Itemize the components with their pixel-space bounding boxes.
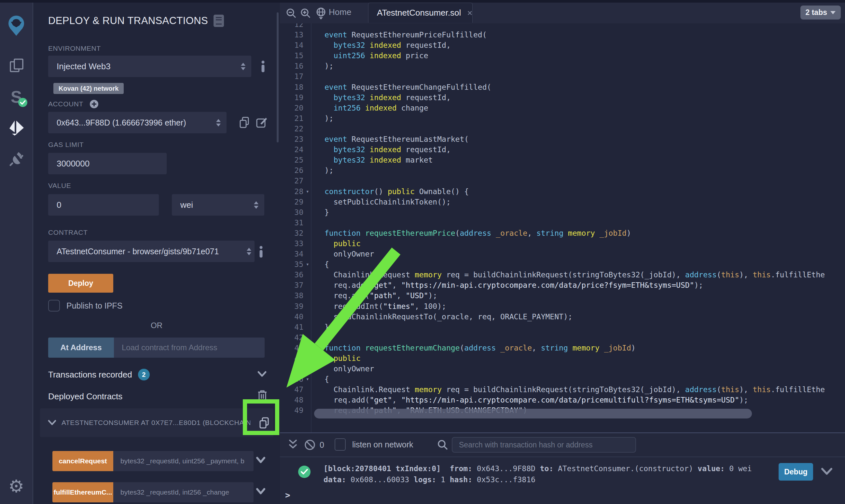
account-select[interactable]: 0x643...9F88D (1.666673996 ether) xyxy=(48,112,227,133)
line-number: 21 xyxy=(280,113,304,124)
at-address-input[interactable]: Load contract from Address xyxy=(114,338,265,358)
transactions-chevron-down-icon[interactable] xyxy=(257,371,267,378)
file-explorer-icon[interactable] xyxy=(0,55,33,77)
log-line-2[interactable]: data: 0x608...60033 logs: 1 hash: 0x53c.… xyxy=(324,475,535,484)
home-globe-icon[interactable] xyxy=(315,7,327,20)
at-address-button[interactable]: At Address xyxy=(48,338,114,358)
line-number: 28 xyxy=(280,186,304,197)
terminal-prompt[interactable]: > xyxy=(285,490,290,500)
tabs-count-label: 2 tabs xyxy=(806,8,827,17)
environment-select[interactable]: Injected Web3 xyxy=(48,56,251,77)
code-line: 14 bytes32 indexed requestId, xyxy=(280,40,845,50)
account-value: 0x643...9F88D (1.666673996 ether) xyxy=(48,118,186,127)
line-number: 49 xyxy=(280,405,304,416)
stepper-arrows-icon[interactable] xyxy=(241,63,245,70)
zoom-in-icon[interactable] xyxy=(300,8,311,19)
expand-log-chevron-icon[interactable] xyxy=(821,468,833,476)
clear-console-ban-icon[interactable] xyxy=(304,439,316,451)
fulfill-ethereum-params-input[interactable]: bytes32 _requestId, int256 _change xyxy=(113,482,254,502)
line-number: 27 xyxy=(280,176,304,186)
horizontal-scrollbar[interactable] xyxy=(314,409,752,418)
tabs-count-dropdown[interactable]: 2 tabs xyxy=(800,5,841,19)
transactions-recorded-row[interactable]: Transactions recorded 2 xyxy=(48,369,150,380)
fold-chevron-icon[interactable]: ▾ xyxy=(306,374,309,384)
code-editor[interactable]: 1213event RequestEthereumPriceFulfilled(… xyxy=(280,23,845,432)
code-line: 38 req.add("path", "USD"); xyxy=(280,290,845,301)
debug-button[interactable]: Debug xyxy=(779,463,813,481)
at-address-placeholder: Load contract from Address xyxy=(122,343,217,352)
code-line: 44 public xyxy=(280,353,845,363)
line-number: 14 xyxy=(280,40,304,50)
line-number: 26 xyxy=(280,165,304,176)
tab-home[interactable]: Home xyxy=(329,7,351,17)
contract-select[interactable]: ATestnetConsumer - browser/gists/9b71e07… xyxy=(48,240,255,262)
contract-info-icon[interactable] xyxy=(258,246,264,257)
value-unit: wei xyxy=(172,200,193,210)
value-input[interactable]: 0 xyxy=(48,194,159,216)
zoom-out-icon[interactable] xyxy=(286,8,297,19)
line-number: 39 xyxy=(280,301,304,311)
copy-account-icon[interactable] xyxy=(239,116,250,129)
chevron-down-icon xyxy=(830,11,835,14)
collapse-terminal-double-chevron-icon[interactable] xyxy=(288,439,298,451)
settings-gear-icon[interactable]: ⚙ xyxy=(0,475,33,498)
deployed-contract-title: ATESTNETCONSUMER AT 0X7E7...E80D1 (BLOCK… xyxy=(62,419,250,427)
log-line-1[interactable]: [block:20780401 txIndex:0] from: 0x643..… xyxy=(324,464,752,473)
pending-tx-count: 0 xyxy=(320,440,324,450)
code-line: 33 public xyxy=(280,238,845,249)
code-line: 28▾constructor() public Ownable() { xyxy=(280,186,845,197)
listen-network-checkbox[interactable] xyxy=(334,438,346,451)
code-line: 39 req.addInt("times", 100); xyxy=(280,301,845,311)
transactions-recorded-label: Transactions recorded xyxy=(48,370,132,380)
stepper-arrows-icon[interactable] xyxy=(216,119,221,126)
code-line: 20 int256 indexed change xyxy=(280,103,845,113)
publish-ipfs-checkbox[interactable] xyxy=(48,300,60,311)
code-line: 29 setPublicChainlinkToken(); xyxy=(280,197,845,207)
gas-limit-value: 3000000 xyxy=(48,159,89,169)
line-number: 34 xyxy=(280,249,304,259)
environment-info-icon[interactable] xyxy=(260,60,265,72)
tab-active-file[interactable]: ATestnetConsumer.sol xyxy=(368,3,472,23)
deploy-run-icon[interactable] xyxy=(0,117,33,139)
network-badge: Kovan (42) network xyxy=(53,83,124,94)
window-top-strip xyxy=(0,0,845,3)
cancel-request-params-input[interactable]: bytes32 _requestId, uint256 _payment, b xyxy=(113,451,254,471)
panel-scrollbar[interactable] xyxy=(277,12,279,142)
remix-logo-icon[interactable] xyxy=(0,13,33,39)
compile-success-badge-icon xyxy=(18,97,28,107)
expand-function-chevron-icon[interactable] xyxy=(256,456,265,464)
stepper-arrows-icon[interactable] xyxy=(247,248,251,255)
code-line: 30} xyxy=(280,207,845,218)
expand-function-chevron-icon[interactable] xyxy=(256,488,265,496)
code-line: 46▾{ xyxy=(280,374,845,384)
docs-book-icon[interactable] xyxy=(213,14,224,27)
add-account-icon[interactable] xyxy=(89,99,99,109)
terminal-divider xyxy=(280,456,845,457)
contract-expand-chevron-icon[interactable] xyxy=(48,419,56,426)
line-number: 29 xyxy=(280,197,304,207)
line-number: 47 xyxy=(280,384,304,395)
close-tab-icon[interactable] xyxy=(467,10,472,17)
contract-label: CONTRACT xyxy=(48,229,88,236)
code-line: 27 xyxy=(280,176,845,186)
value-unit-select[interactable]: wei xyxy=(172,194,264,216)
stepper-arrows-icon[interactable] xyxy=(254,201,258,209)
fold-chevron-icon[interactable]: ▾ xyxy=(306,186,309,197)
deploy-button[interactable]: Deploy xyxy=(48,274,113,293)
code-line: 21); xyxy=(280,113,845,124)
edit-account-icon[interactable] xyxy=(256,116,268,128)
line-number: 31 xyxy=(280,218,304,228)
fulfill-ethereum-button[interactable]: fulfillEthereumC... xyxy=(52,482,113,502)
tx-success-check-icon xyxy=(298,466,311,478)
code-line: 26); xyxy=(280,165,845,176)
gas-limit-input[interactable]: 3000000 xyxy=(48,153,167,174)
code-line: 15 uint256 indexed price xyxy=(280,50,845,61)
deployed-contract-header[interactable]: ATESTNETCONSUMER AT 0X7E7...E80D1 (BLOCK… xyxy=(40,409,273,437)
cancel-request-button[interactable]: cancelRequest xyxy=(52,451,113,471)
line-number: 30 xyxy=(280,207,304,218)
terminal-search-input[interactable] xyxy=(452,437,636,453)
code-line: 42 xyxy=(280,332,845,343)
plugin-manager-icon[interactable] xyxy=(0,148,33,170)
solidity-compiler-icon[interactable]: S xyxy=(0,85,33,109)
fold-chevron-icon[interactable]: ▾ xyxy=(306,259,309,270)
